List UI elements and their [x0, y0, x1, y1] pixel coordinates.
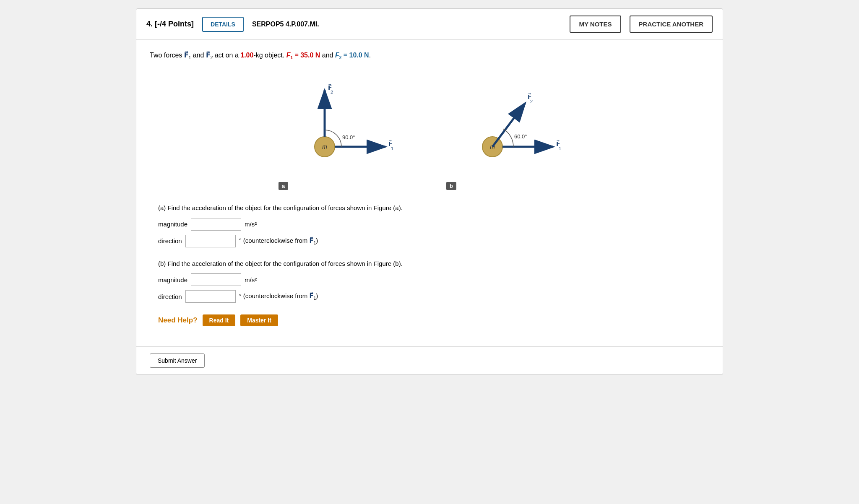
- svg-text:60.0°: 60.0°: [514, 133, 527, 140]
- my-notes-button[interactable]: MY NOTES: [570, 16, 621, 33]
- svg-line-18: [492, 103, 525, 147]
- magnitude-a-row: magnitude m/s²: [158, 218, 709, 231]
- svg-text:m: m: [322, 143, 327, 150]
- diagram-b-label-row: b: [446, 182, 580, 190]
- header: 4. [-/4 Points] DETAILS SERPOP5 4.P.007.…: [136, 9, 723, 40]
- points-label: 4. [-/4 Points]: [146, 20, 194, 29]
- question-b-section: (b) Find the acceleration of the object …: [158, 259, 709, 303]
- direction-a-row: direction ° (counterclockwise from F⃗1): [158, 235, 709, 247]
- magnitude-a-input[interactable]: [191, 218, 241, 231]
- svg-text:90.0°: 90.0°: [342, 134, 355, 140]
- details-button[interactable]: DETAILS: [202, 17, 244, 32]
- svg-text:2: 2: [331, 90, 333, 95]
- problem-statement: Two forces F⃗1 and F⃗2 act on a 1.00-kg …: [150, 50, 709, 61]
- content-area: Two forces F⃗1 and F⃗2 act on a 1.00-kg …: [136, 40, 723, 346]
- qa-section: (a) Find the acceleration of the object …: [150, 203, 709, 326]
- diagrams-row: m F⃗ 1 F⃗ 2: [150, 71, 709, 190]
- master-it-button[interactable]: Master It: [240, 314, 278, 326]
- f1-vector-label: F⃗1: [184, 52, 193, 59]
- direction-a-unit: ° (counterclockwise from F⃗1): [239, 237, 318, 245]
- problem-id: SERPOP5 4.P.007.MI.: [252, 21, 562, 28]
- question-a-section: (a) Find the acceleration of the object …: [158, 203, 709, 247]
- direction-b-label: direction: [158, 293, 182, 300]
- f2-vector-label: F⃗2: [206, 52, 215, 59]
- direction-b-row: direction ° (counterclockwise from F⃗1): [158, 290, 709, 303]
- magnitude-b-label: magnitude: [158, 276, 187, 283]
- diagram-b-badge: b: [446, 182, 456, 190]
- magnitude-b-input[interactable]: [191, 273, 241, 286]
- diagram-a-badge: a: [279, 182, 288, 190]
- submit-button[interactable]: Submit Answer: [150, 353, 205, 368]
- diagram-a: m F⃗ 1 F⃗ 2: [279, 71, 413, 190]
- need-help-row: Need Help? Read It Master It: [158, 314, 709, 326]
- question-a-text: (a) Find the acceleration of the object …: [158, 203, 709, 213]
- practice-another-button[interactable]: PRACTICE ANOTHER: [630, 16, 713, 33]
- read-it-button[interactable]: Read It: [203, 314, 236, 326]
- svg-text:1: 1: [391, 146, 393, 151]
- direction-a-label: direction: [158, 237, 182, 244]
- f1-equation: F1 = 35.0 N: [286, 52, 320, 59]
- magnitude-b-unit: m/s²: [245, 276, 257, 283]
- svg-text:1: 1: [559, 146, 561, 151]
- diagram-b: m F⃗ 1 F⃗: [446, 71, 580, 190]
- diagram-a-label-row: a: [279, 182, 413, 190]
- magnitude-a-unit: m/s²: [245, 221, 257, 228]
- mass-value: 1.00: [240, 52, 253, 59]
- svg-text:2: 2: [530, 99, 533, 104]
- need-help-label: Need Help?: [158, 316, 198, 325]
- magnitude-b-row: magnitude m/s²: [158, 273, 709, 286]
- magnitude-a-label: magnitude: [158, 221, 187, 228]
- direction-b-input[interactable]: [185, 290, 236, 303]
- f2-equation: F2 = 10.0 N: [335, 52, 369, 59]
- submit-row: Submit Answer: [136, 346, 723, 374]
- direction-a-input[interactable]: [185, 235, 236, 247]
- diagram-b-canvas: m F⃗ 1 F⃗: [446, 71, 580, 180]
- question-b-text: (b) Find the acceleration of the object …: [158, 259, 709, 269]
- direction-b-unit: ° (counterclockwise from F⃗1): [239, 292, 318, 301]
- diagram-a-canvas: m F⃗ 1 F⃗ 2: [279, 71, 413, 180]
